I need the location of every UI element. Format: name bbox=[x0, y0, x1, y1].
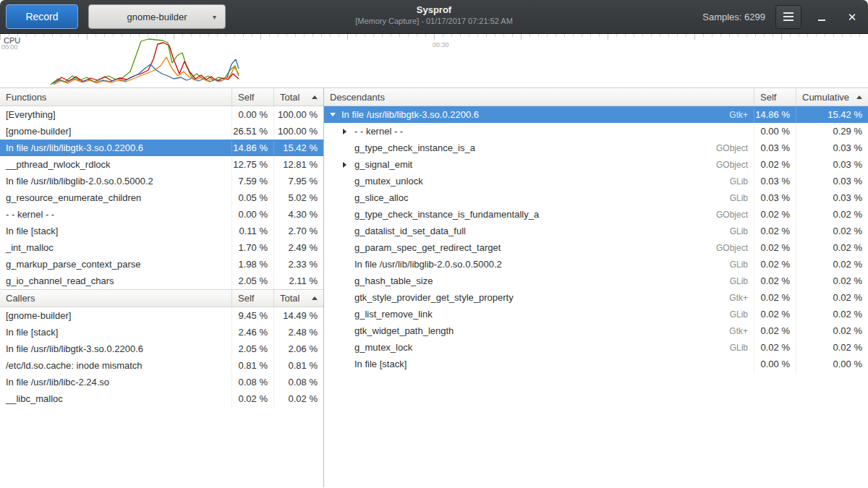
table-row[interactable]: - - kernel - -0.00 %4.30 % bbox=[0, 206, 323, 223]
table-row[interactable]: g_param_spec_get_redirect_targetGObject0… bbox=[324, 239, 868, 256]
target-selector-label: gnome-builder bbox=[127, 12, 187, 22]
table-row[interactable]: _int_malloc1.70 %2.49 % bbox=[0, 239, 323, 256]
descendant-name: gtk_style_provider_get_style_property bbox=[354, 292, 514, 303]
table-row[interactable]: - - kernel - -0.00 %0.29 % bbox=[324, 123, 868, 140]
table-row[interactable]: In file /usr/lib/libglib-2.0.so.0.5000.2… bbox=[324, 256, 868, 273]
category-label: Gtk+ bbox=[722, 293, 748, 303]
table-row[interactable]: g_type_check_instance_is_aGObject0.03 %0… bbox=[324, 140, 868, 156]
table-row[interactable]: gtk_widget_path_lengthGtk+0.02 %0.02 % bbox=[324, 322, 868, 339]
table-row[interactable]: g_hash_table_sizeGLib0.02 %0.02 % bbox=[324, 273, 868, 289]
self-percent: 0.02 % bbox=[754, 206, 796, 223]
function-name: In file [stack] bbox=[0, 327, 231, 338]
self-percent: 0.02 % bbox=[754, 306, 796, 322]
self-percent: 0.03 % bbox=[754, 140, 796, 156]
table-row[interactable]: In file [stack]0.11 %2.70 % bbox=[0, 223, 323, 239]
function-name: g_io_channel_read_chars bbox=[0, 275, 231, 286]
table-row[interactable]: [Everything]0.00 %100.00 % bbox=[0, 106, 323, 123]
self-percent: 26.51 % bbox=[231, 123, 273, 140]
menu-button[interactable] bbox=[775, 5, 801, 29]
category-label: GLib bbox=[723, 176, 748, 187]
cumulative-percent: 0.02 % bbox=[796, 273, 868, 289]
table-row[interactable]: g_resource_enumerate_children0.05 %5.02 … bbox=[0, 189, 323, 206]
descendant-name: In file /usr/lib/libgtk-3.so.0.2200.6 bbox=[341, 109, 479, 120]
table-row[interactable]: g_mutex_lockGLib0.02 %0.02 % bbox=[324, 339, 868, 356]
descendant-name-cell: g_list_remove_linkGLib bbox=[324, 309, 754, 320]
callers-table-header: Callers Self Total bbox=[0, 289, 323, 307]
minimize-button[interactable] bbox=[812, 7, 832, 27]
table-row[interactable]: In file [stack]0.00 %0.00 % bbox=[324, 356, 868, 372]
table-row[interactable]: g_markup_parse_context_parse1.98 %2.33 % bbox=[0, 256, 323, 273]
function-name: _int_malloc bbox=[0, 242, 231, 253]
cumulative-percent: 0.29 % bbox=[796, 123, 868, 140]
descendant-name: g_mutex_lock bbox=[354, 342, 412, 353]
table-row[interactable]: [gnome-builder]26.51 %100.00 % bbox=[0, 123, 323, 140]
descendants-column-header[interactable]: Descendants bbox=[324, 88, 754, 106]
cumulative-percent: 0.03 % bbox=[796, 173, 868, 189]
total-percent: 2.33 % bbox=[273, 256, 323, 273]
table-row[interactable]: __libc_malloc0.02 %0.02 % bbox=[0, 390, 323, 407]
descendant-name: g_slice_alloc bbox=[354, 192, 408, 203]
self-column-header[interactable]: Self bbox=[754, 88, 796, 106]
functions-column-header[interactable]: Functions bbox=[0, 88, 231, 106]
callers-column-header[interactable]: Callers bbox=[0, 290, 231, 307]
table-row[interactable]: In file /usr/lib/libglib-2.0.so.0.5000.2… bbox=[0, 173, 323, 189]
table-row[interactable]: g_signal_emitGObject0.02 %0.03 % bbox=[324, 156, 868, 173]
self-percent: 0.02 % bbox=[754, 289, 796, 306]
table-row[interactable]: __pthread_rwlock_rdlock12.75 %12.81 % bbox=[0, 156, 323, 173]
table-row[interactable]: g_io_channel_read_chars2.05 %2.11 % bbox=[0, 273, 323, 289]
descendants-table-header: Descendants Self Cumulative bbox=[324, 88, 868, 106]
descendant-name-cell: g_slice_allocGLib bbox=[324, 192, 754, 203]
target-selector-dropdown[interactable]: gnome-builder ▾ bbox=[88, 4, 226, 29]
chevron-down-icon: ▾ bbox=[213, 13, 216, 21]
total-column-header[interactable]: Total bbox=[273, 290, 323, 307]
table-row[interactable]: In file /usr/lib/libgtk-3.so.0.2200.6Gtk… bbox=[324, 106, 868, 123]
expander-closed-icon[interactable] bbox=[343, 162, 354, 168]
expander-closed-icon[interactable] bbox=[343, 129, 354, 134]
category-label: GObject bbox=[709, 210, 748, 220]
descendant-name-cell: g_mutex_unlockGLib bbox=[324, 176, 754, 187]
self-column-header[interactable]: Self bbox=[231, 88, 273, 106]
timeline-start-label: 00:00 bbox=[1, 43, 18, 51]
descendant-name: g_hash_table_size bbox=[354, 275, 433, 286]
table-row[interactable]: gtk_style_provider_get_style_propertyGtk… bbox=[324, 289, 868, 306]
cpu-core-green-line bbox=[51, 39, 239, 85]
total-column-header[interactable]: Total bbox=[273, 88, 323, 106]
function-name: g_resource_enumerate_children bbox=[0, 192, 231, 203]
table-row[interactable]: /etc/ld.so.cache: inode mismatch0.81 %0.… bbox=[0, 357, 323, 374]
descendant-name: g_type_check_instance_is_fundamentally_a bbox=[354, 209, 539, 220]
table-row[interactable]: g_slice_allocGLib0.03 %0.03 % bbox=[324, 189, 868, 206]
self-column-header[interactable]: Self bbox=[231, 290, 273, 307]
cumulative-percent: 0.03 % bbox=[796, 156, 868, 173]
function-name: [Everything] bbox=[0, 109, 231, 120]
table-row[interactable]: g_type_check_instance_is_fundamentally_a… bbox=[324, 206, 868, 223]
table-row[interactable]: In file [stack]2.46 %2.48 % bbox=[0, 324, 323, 341]
self-percent: 2.46 % bbox=[231, 324, 273, 341]
function-name: - - kernel - - bbox=[0, 209, 231, 220]
total-percent: 0.02 % bbox=[273, 390, 323, 407]
sysprof-window: Record gnome-builder ▾ Sysprof [Memory C… bbox=[0, 0, 868, 488]
cpu-timeline[interactable]: CPU 00:00 00:30 bbox=[0, 34, 868, 88]
function-name: In file /usr/lib/libgtk-3.so.0.2200.6 bbox=[0, 343, 231, 354]
table-row[interactable]: g_list_remove_linkGLib0.02 %0.02 % bbox=[324, 306, 868, 322]
self-percent: 0.08 % bbox=[231, 374, 273, 390]
category-label: GLib bbox=[723, 276, 748, 286]
left-pane: Functions Self Total [Everything]0.00 %1… bbox=[0, 88, 324, 487]
table-row[interactable]: [gnome-builder]9.45 %14.49 % bbox=[0, 307, 323, 324]
total-percent: 2.11 % bbox=[273, 273, 323, 289]
table-row[interactable]: In file /usr/lib/libc-2.24.so0.08 %0.08 … bbox=[0, 374, 323, 390]
table-row[interactable]: g_datalist_id_set_data_fullGLib0.02 %0.0… bbox=[324, 223, 868, 239]
record-button[interactable]: Record bbox=[6, 4, 78, 29]
expander-open-icon[interactable] bbox=[330, 113, 341, 116]
total-percent: 2.06 % bbox=[273, 341, 323, 357]
self-percent: 0.02 % bbox=[754, 156, 796, 173]
descendants-table-body: In file /usr/lib/libgtk-3.so.0.2200.6Gtk… bbox=[324, 106, 868, 372]
cumulative-column-header[interactable]: Cumulative bbox=[796, 88, 868, 106]
table-row[interactable]: In file /usr/lib/libgtk-3.so.0.2200.62.0… bbox=[0, 341, 323, 357]
close-button[interactable]: ✕ bbox=[842, 7, 862, 27]
table-row[interactable]: In file /usr/lib/libgtk-3.so.0.2200.614.… bbox=[0, 140, 323, 156]
table-row[interactable]: g_mutex_unlockGLib0.03 %0.03 % bbox=[324, 173, 868, 189]
category-label: GLib bbox=[723, 260, 748, 270]
cumulative-percent: 0.02 % bbox=[796, 256, 868, 273]
main-content: Functions Self Total [Everything]0.00 %1… bbox=[0, 88, 868, 487]
minimize-icon bbox=[818, 20, 825, 21]
